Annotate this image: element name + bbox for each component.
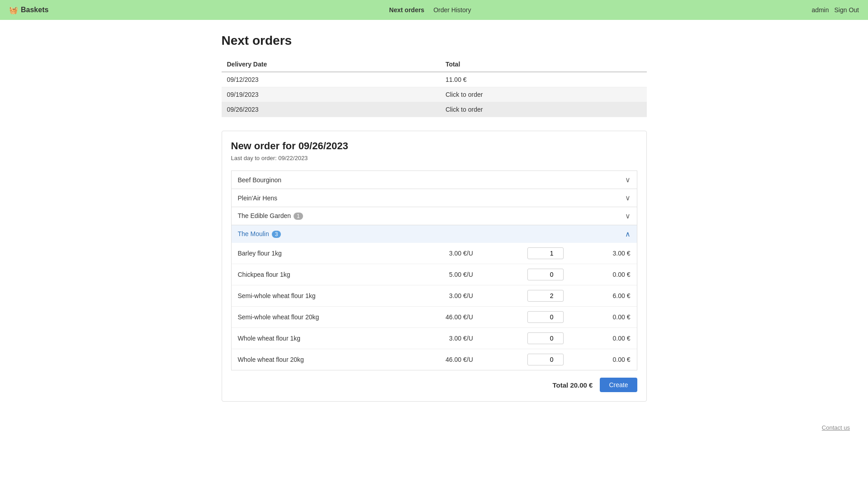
- page-title: Next orders: [222, 33, 647, 48]
- order-row: 09/12/202311.00 €: [222, 72, 647, 87]
- product-qty-cell: [479, 285, 570, 307]
- chevron-icon: ∨: [625, 175, 631, 184]
- supplier-name: Plein'Air Hens: [238, 194, 278, 202]
- product-qty-input[interactable]: [527, 354, 564, 365]
- chevron-icon: ∨: [625, 212, 631, 220]
- product-price: 5.00 €/U: [405, 264, 479, 285]
- product-price: 46.00 €/U: [405, 307, 479, 328]
- product-total: 3.00 €: [570, 243, 637, 264]
- product-qty-cell: [479, 243, 570, 264]
- product-table: Barley flour 1kg3.00 €/U3.00 €Chickpea f…: [232, 243, 637, 370]
- order-date: 09/19/2023: [222, 87, 440, 102]
- brand-icon: 🧺: [9, 6, 18, 14]
- product-price: 46.00 €/U: [405, 349, 479, 370]
- brand[interactable]: 🧺 Baskets: [9, 6, 48, 14]
- navbar: 🧺 Baskets Next orders Order History admi…: [0, 0, 868, 20]
- product-price: 3.00 €/U: [405, 243, 479, 264]
- product-qty-cell: [479, 307, 570, 328]
- accordion-header-beef-bourginon[interactable]: Beef Bourginon∨: [232, 171, 637, 189]
- product-total: 0.00 €: [570, 349, 637, 370]
- product-price: 3.00 €/U: [405, 285, 479, 307]
- product-total: 6.00 €: [570, 285, 637, 307]
- product-row: Chickpea flour 1kg5.00 €/U0.00 €: [232, 264, 637, 285]
- supplier-name: The Edible Garden1: [238, 212, 303, 220]
- accordion-item: The Edible Garden1∨: [231, 207, 637, 225]
- main-content: Next orders Delivery Date Total 09/12/20…: [213, 33, 656, 402]
- supplier-badge: 3: [272, 231, 281, 238]
- product-qty-input[interactable]: [527, 269, 564, 280]
- chevron-icon: ∨: [625, 194, 631, 202]
- accordion-header-plein'air-hens[interactable]: Plein'Air Hens∨: [232, 189, 637, 207]
- product-total: 0.00 €: [570, 264, 637, 285]
- accordion-item: Beef Bourginon∨: [231, 171, 637, 189]
- product-total: 0.00 €: [570, 328, 637, 349]
- nav-order-history[interactable]: Order History: [433, 6, 471, 14]
- order-total: Total 20.00 €: [553, 381, 593, 389]
- accordion-header-the-edible-garden[interactable]: The Edible Garden1∨: [232, 207, 637, 225]
- nav-user: admin Sign Out: [811, 6, 859, 14]
- product-name: Semi-whole wheat flour 20kg: [232, 307, 405, 328]
- product-name: Whole wheat flour 20kg: [232, 349, 405, 370]
- page-footer: Contact us: [0, 415, 868, 440]
- product-qty-cell: [479, 328, 570, 349]
- order-total-cell[interactable]: Click to order: [440, 102, 647, 117]
- product-qty-cell: [479, 264, 570, 285]
- product-total: 0.00 €: [570, 307, 637, 328]
- last-day-label: Last day to order: 09/22/2023: [231, 155, 637, 161]
- product-qty-cell: [479, 349, 570, 370]
- supplier-name: The Moulin3: [238, 230, 281, 238]
- nav-links: Next orders Order History: [48, 6, 811, 14]
- new-order-title: New order for 09/26/2023: [231, 140, 637, 152]
- product-qty-input[interactable]: [527, 247, 564, 259]
- product-name: Barley flour 1kg: [232, 243, 405, 264]
- create-button[interactable]: Create: [600, 378, 637, 392]
- col-total: Total: [440, 57, 647, 72]
- order-date: 09/12/2023: [222, 72, 440, 87]
- order-row[interactable]: 09/19/2023Click to order: [222, 87, 647, 102]
- chevron-icon: ∧: [625, 230, 631, 238]
- order-row[interactable]: 09/26/2023Click to order: [222, 102, 647, 117]
- signout-link[interactable]: Sign Out: [835, 6, 859, 14]
- accordion-item: Plein'Air Hens∨: [231, 189, 637, 207]
- product-qty-input[interactable]: [527, 332, 564, 344]
- accordion-item: The Moulin3∧Barley flour 1kg3.00 €/U3.00…: [231, 225, 637, 370]
- product-qty-input[interactable]: [527, 311, 564, 323]
- product-price: 3.00 €/U: [405, 328, 479, 349]
- new-order-panel: New order for 09/26/2023 Last day to ord…: [222, 131, 647, 402]
- order-total-cell: 11.00 €: [440, 72, 647, 87]
- brand-title: Baskets: [21, 6, 48, 14]
- order-total-cell[interactable]: Click to order: [440, 87, 647, 102]
- product-name: Whole wheat flour 1kg: [232, 328, 405, 349]
- product-qty-input[interactable]: [527, 290, 564, 302]
- accordion-header-the-moulin[interactable]: The Moulin3∧: [232, 225, 637, 243]
- product-row: Semi-whole wheat flour 20kg46.00 €/U0.00…: [232, 307, 637, 328]
- col-delivery-date: Delivery Date: [222, 57, 440, 72]
- product-row: Semi-whole wheat flour 1kg3.00 €/U6.00 €: [232, 285, 637, 307]
- supplier-badge: 1: [294, 213, 303, 220]
- supplier-accordion: Beef Bourginon∨Plein'Air Hens∨The Edible…: [231, 171, 637, 370]
- order-footer: Total 20.00 € Create: [231, 378, 637, 392]
- product-row: Whole wheat flour 1kg3.00 €/U0.00 €: [232, 328, 637, 349]
- contact-us-link[interactable]: Contact us: [822, 424, 850, 431]
- order-date: 09/26/2023: [222, 102, 440, 117]
- product-row: Barley flour 1kg3.00 €/U3.00 €: [232, 243, 637, 264]
- product-row: Whole wheat flour 20kg46.00 €/U0.00 €: [232, 349, 637, 370]
- supplier-name: Beef Bourginon: [238, 176, 282, 184]
- user-label: admin: [811, 6, 829, 14]
- orders-table: Delivery Date Total 09/12/202311.00 €09/…: [222, 57, 647, 117]
- nav-next-orders[interactable]: Next orders: [389, 6, 424, 14]
- product-name: Chickpea flour 1kg: [232, 264, 405, 285]
- product-name: Semi-whole wheat flour 1kg: [232, 285, 405, 307]
